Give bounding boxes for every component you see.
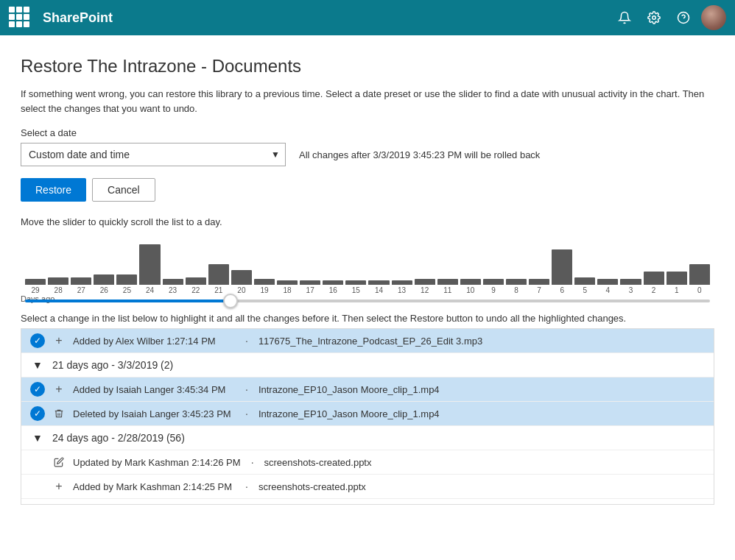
activity-chart: 2928272625242322212019181716151413121110… xyxy=(21,233,714,300)
topbar: SharePoint xyxy=(0,0,735,35)
svg-point-0 xyxy=(653,16,656,20)
group-chevron-icon[interactable]: ▼ xyxy=(30,358,45,372)
cancel-button[interactable]: Cancel xyxy=(92,178,155,202)
slider-hint: Move the slider to quickly scroll the li… xyxy=(21,216,714,227)
change-action-text: Deleted by Isaiah Langer 3:45:23 PM xyxy=(73,408,235,419)
select-date-label: Select a date xyxy=(21,127,714,138)
chart-bar xyxy=(94,274,114,285)
change-file-name: 117675_The_Intrazone_Podcast_EP_26_Edit … xyxy=(259,336,482,347)
change-list-container[interactable]: ✓ + Added by Alex Wilber 1:27:14 PM · 11… xyxy=(21,328,714,505)
chart-bar xyxy=(208,264,229,285)
change-dot: · xyxy=(245,383,248,395)
description-text: If something went wrong, you can restore… xyxy=(21,87,714,116)
chart-bar xyxy=(460,279,481,285)
change-item[interactable]: Updated by Mark Kashman 2:14:26 PM · scr… xyxy=(21,450,714,475)
change-action-text: Added by Mark Kashman 2:14:25 PM xyxy=(73,481,235,492)
chart-bar xyxy=(231,270,252,285)
chart-bar xyxy=(163,279,183,285)
page-title: Restore The Intrazone - Documents xyxy=(21,56,714,77)
chart-bar xyxy=(186,277,206,285)
chart-bars-container xyxy=(21,233,714,285)
chart-bar xyxy=(116,274,137,285)
app-logo: SharePoint xyxy=(43,10,605,26)
change-checkbox-empty[interactable] xyxy=(30,479,45,494)
group-header[interactable]: ▼ 24 days ago - 2/28/2019 (56) xyxy=(21,426,714,450)
chart-bar xyxy=(300,280,320,285)
change-action-text: Added by Isaiah Langer 3:45:34 PM xyxy=(73,384,235,395)
change-type-icon: + xyxy=(52,383,66,396)
change-dot: · xyxy=(251,456,254,468)
change-item[interactable]: ✓ + Added by Isaiah Langer 3:45:34 PM · … xyxy=(21,378,714,402)
change-checkbox-empty[interactable] xyxy=(30,455,45,469)
waffle-icon[interactable] xyxy=(9,7,31,29)
main-content: Restore The Intrazone - Documents If som… xyxy=(0,35,735,560)
chart-bar xyxy=(689,264,710,285)
change-list-header: Select a change in the list below to hig… xyxy=(21,313,714,324)
chart-bar xyxy=(506,279,527,285)
chart-bar xyxy=(552,249,572,285)
group-header[interactable]: ▼ 21 days ago - 3/3/2019 (2) xyxy=(21,353,714,378)
chart-bar xyxy=(392,280,412,285)
change-action-text: Updated by Mark Kashman 2:14:26 PM xyxy=(73,457,241,468)
chart-bar xyxy=(277,280,298,285)
change-checkbox[interactable]: ✓ xyxy=(30,382,45,397)
chart-bar xyxy=(25,279,46,285)
change-file-name: Intrazone_EP10_Jason Moore_clip_1.mp4 xyxy=(259,408,440,419)
change-file-name: screenshots-created.pptx xyxy=(264,457,372,468)
chart-bar xyxy=(71,277,91,285)
change-type-icon xyxy=(52,456,66,469)
change-dot: · xyxy=(245,481,248,492)
restore-button[interactable]: Restore xyxy=(21,178,86,202)
change-dot: · xyxy=(245,335,248,347)
chart-bar xyxy=(437,279,458,285)
group-chevron-icon[interactable]: ▼ xyxy=(30,430,45,445)
change-type-icon: + xyxy=(52,480,66,493)
change-item[interactable]: ✓ Deleted by Isaiah Langer 3:45:23 PM · … xyxy=(21,402,714,426)
settings-button[interactable] xyxy=(642,6,666,29)
change-checkbox[interactable]: ✓ xyxy=(30,333,45,348)
slider-track xyxy=(25,300,710,302)
change-action-text: Added by Alex Wilber 1:27:14 PM xyxy=(73,336,235,347)
action-buttons: Restore Cancel xyxy=(21,178,714,202)
date-select-wrapper: Custom date and time Yesterday Last week… xyxy=(21,143,286,166)
chart-bar xyxy=(483,279,504,285)
change-type-icon: + xyxy=(52,334,66,347)
chart-bar xyxy=(667,272,687,285)
chart-bar xyxy=(323,280,343,285)
date-row: Custom date and time Yesterday Last week… xyxy=(21,143,714,166)
change-dot: · xyxy=(245,408,248,419)
chart-bar xyxy=(254,279,275,285)
chart-bar xyxy=(529,279,549,285)
avatar[interactable] xyxy=(701,5,726,30)
group-title: 21 days ago - 3/3/2019 (2) xyxy=(52,359,173,371)
change-type-icon xyxy=(52,407,66,420)
notifications-button[interactable] xyxy=(613,6,636,29)
change-file-name: Intrazone_EP10_Jason Moore_clip_1.mp4 xyxy=(259,384,440,395)
rollback-message: All changes after 3/3/2019 3:45:23 PM wi… xyxy=(299,149,540,160)
chart-bar xyxy=(597,279,618,285)
chart-bar xyxy=(368,280,389,285)
change-item[interactable]: ✓ + Added by Alex Wilber 1:27:14 PM · 11… xyxy=(21,329,714,353)
topbar-actions xyxy=(613,5,726,30)
change-item[interactable]: + Added by Mark Kashman 2:14:25 PM · scr… xyxy=(21,475,714,499)
group-title: 24 days ago - 2/28/2019 (56) xyxy=(52,432,185,444)
chart-bar xyxy=(345,280,366,285)
change-file-name: screenshots-created.pptx xyxy=(259,481,366,492)
help-button[interactable] xyxy=(672,6,695,29)
chart-bar xyxy=(644,272,664,285)
chart-bar xyxy=(48,277,68,285)
chart-bar xyxy=(574,277,595,285)
chart-bar xyxy=(620,279,641,285)
date-select[interactable]: Custom date and time Yesterday Last week… xyxy=(21,143,286,166)
chart-bar xyxy=(415,279,435,285)
chart-bar xyxy=(139,244,160,285)
change-checkbox[interactable]: ✓ xyxy=(30,406,45,421)
